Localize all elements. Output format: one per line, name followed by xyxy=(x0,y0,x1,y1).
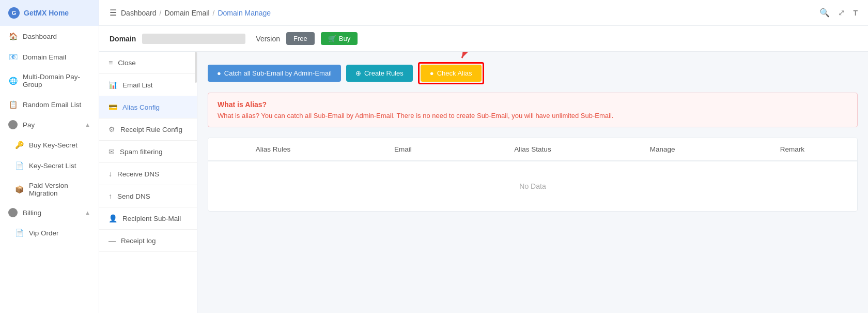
sidebar-item-label: Paid Version Migration xyxy=(29,182,90,197)
key-icon: 🔑 xyxy=(14,140,24,150)
left-menu-item-recipient-sub-mail[interactable]: 👤 Recipient Sub-Mail xyxy=(99,207,197,230)
recipient-icon: 👤 xyxy=(109,214,117,222)
left-menu-label: Spam filtering xyxy=(120,148,163,156)
scroll-indicator xyxy=(195,52,197,83)
sidebar-item-label: Dashboard xyxy=(23,33,57,40)
content-wrap: ≡ Close 📊 Email List 💳 Alias Config ⚙ Re… xyxy=(99,52,868,313)
alias-table: Alias Rules Email Alias Status Manage Re… xyxy=(208,138,858,212)
sidebar: G GetMX Home 🏠 Dashboard 📧 Domain Email … xyxy=(0,0,99,313)
left-menu-item-receipt-rule-config[interactable]: ⚙ Receipt Rule Config xyxy=(99,118,197,141)
domain-value xyxy=(142,34,245,44)
sidebar-item-buy-key-secret[interactable]: 🔑 Buy Key-Secret xyxy=(0,135,99,155)
check-alias-highlight: ● Check Alias xyxy=(418,62,484,84)
search-icon[interactable]: 🔍 xyxy=(819,8,830,18)
sidebar-item-label: Buy Key-Secret xyxy=(29,141,78,149)
send-dns-icon: ↑ xyxy=(109,192,112,200)
catch-all-button[interactable]: ● Catch all Sub-Email by Admin-Email xyxy=(208,65,341,82)
catch-all-label: Catch all Sub-Email by Admin-Email xyxy=(224,69,332,77)
left-menu-label: Receive DNS xyxy=(117,170,159,178)
check-alias-dot-icon: ● xyxy=(430,69,434,77)
left-menu-item-receipt-log[interactable]: — Receipt log xyxy=(99,230,197,252)
table-header-remark: Remark xyxy=(727,138,857,160)
expand-icon[interactable]: ⤢ xyxy=(838,8,845,18)
main-content: ☰ Dashboard / Domain Email / Domain Mana… xyxy=(99,0,868,313)
sidebar-section-label: Billing xyxy=(23,209,41,217)
buy-button[interactable]: 🛒 Buy xyxy=(321,32,358,45)
sidebar-section-pay[interactable]: Pay ▲ xyxy=(0,115,99,135)
sidebar-item-label: Multi-Domain Pay-Group xyxy=(23,73,90,88)
sidebar-section-billing[interactable]: Billing ▲ xyxy=(0,203,99,222)
vip-order-icon: 📄 xyxy=(14,228,24,237)
receive-dns-icon: ↓ xyxy=(109,170,112,178)
multi-domain-icon: 🌐 xyxy=(8,76,18,85)
close-list-icon: ≡ xyxy=(109,58,113,67)
sidebar-item-dashboard[interactable]: 🏠 Dashboard xyxy=(0,26,99,47)
left-panel: ≡ Close 📊 Email List 💳 Alias Config ⚙ Re… xyxy=(99,52,197,313)
left-menu-item-receive-dns[interactable]: ↓ Receive DNS xyxy=(99,163,197,185)
breadcrumb-domain-email[interactable]: Domain Email xyxy=(164,9,209,17)
sidebar-item-domain-email[interactable]: 📧 Domain Email xyxy=(0,47,99,67)
version-label: Version xyxy=(256,35,280,43)
topbar: ☰ Dashboard / Domain Email / Domain Mana… xyxy=(99,0,868,26)
hamburger-menu-icon[interactable]: ☰ xyxy=(110,8,117,18)
sidebar-item-multi-domain[interactable]: 🌐 Multi-Domain Pay-Group xyxy=(0,67,99,94)
sidebar-item-key-secret-list[interactable]: 📄 Key-Secret List xyxy=(0,155,99,176)
chevron-up-icon: ▲ xyxy=(85,122,90,128)
table-header-alias-rules: Alias Rules xyxy=(208,138,338,160)
sidebar-section-label: Pay xyxy=(23,121,35,129)
table-header-email: Email xyxy=(338,138,468,160)
sidebar-logo-icon: G xyxy=(8,7,20,19)
list-icon: 📄 xyxy=(14,161,24,170)
sidebar-item-label: Vip Order xyxy=(29,229,59,237)
left-menu-item-alias-config[interactable]: 💳 Alias Config xyxy=(99,96,197,118)
check-alias-label: Check Alias xyxy=(437,69,472,77)
info-text: What is alias? You can catch all Sub-Ema… xyxy=(218,112,848,120)
receipt-log-icon: — xyxy=(109,236,116,245)
catch-all-icon: ● xyxy=(217,69,221,77)
info-box: What is Alias? What is alias? You can ca… xyxy=(208,93,858,127)
left-menu-item-spam-filtering[interactable]: ✉ Spam filtering xyxy=(99,141,197,163)
breadcrumb-dashboard[interactable]: Dashboard xyxy=(121,9,157,17)
breadcrumb: Dashboard / Domain Email / Domain Manage xyxy=(121,9,271,17)
sidebar-item-random-email[interactable]: 📋 Random Email List xyxy=(0,94,99,115)
left-menu-item-close[interactable]: ≡ Close xyxy=(99,52,197,74)
breadcrumb-separator: / xyxy=(213,9,215,17)
right-content: ● Catch all Sub-Email by Admin-Email ⊕ C… xyxy=(197,52,868,313)
sidebar-item-label: Domain Email xyxy=(23,53,66,61)
sidebar-item-label: Key-Secret List xyxy=(29,162,76,170)
domain-bar: Domain Version Free 🛒 Buy xyxy=(99,26,868,52)
left-menu-label: Recipient Sub-Mail xyxy=(122,215,181,222)
topbar-left: ☰ Dashboard / Domain Email / Domain Mana… xyxy=(110,8,271,18)
left-menu-label: Close xyxy=(118,59,136,67)
left-menu-item-send-dns[interactable]: ↑ Send DNS xyxy=(99,185,197,207)
left-menu-item-email-list[interactable]: 📊 Email List xyxy=(99,74,197,96)
cart-icon: 🛒 xyxy=(328,35,336,42)
create-rules-button[interactable]: ⊕ Create Rules xyxy=(346,65,413,82)
left-menu-label: Alias Config xyxy=(122,103,160,111)
domain-email-icon: 📧 xyxy=(8,52,18,62)
breadcrumb-domain-manage[interactable]: Domain Manage xyxy=(218,9,271,17)
font-icon[interactable]: T xyxy=(853,9,858,17)
check-alias-wrapper: ● Check Alias xyxy=(418,62,484,84)
table-body: No Data xyxy=(208,161,857,211)
breadcrumb-separator: / xyxy=(160,9,162,17)
sidebar-logo[interactable]: G GetMX Home xyxy=(0,0,99,26)
left-menu-label: Send DNS xyxy=(117,192,150,200)
left-menu-label: Email List xyxy=(122,81,153,89)
chevron-up-icon: ▲ xyxy=(85,210,90,216)
domain-label: Domain xyxy=(110,35,136,43)
table-header: Alias Rules Email Alias Status Manage Re… xyxy=(208,138,857,161)
action-buttons: ● Catch all Sub-Email by Admin-Email ⊕ C… xyxy=(208,62,858,84)
sidebar-item-vip-order[interactable]: 📄 Vip Order xyxy=(0,222,99,243)
left-menu-label: Receipt log xyxy=(121,237,156,245)
free-button[interactable]: Free xyxy=(286,32,315,45)
create-rules-icon: ⊕ xyxy=(355,69,361,77)
random-email-icon: 📋 xyxy=(8,100,18,109)
bar-chart-icon: 📊 xyxy=(109,81,117,89)
migration-icon: 📦 xyxy=(14,185,24,194)
billing-icon xyxy=(8,208,18,217)
check-alias-button[interactable]: ● Check Alias xyxy=(421,65,482,82)
left-menu-label: Receipt Rule Config xyxy=(120,126,182,133)
sidebar-logo-text: GetMX Home xyxy=(24,9,69,17)
sidebar-item-paid-version-migration[interactable]: 📦 Paid Version Migration xyxy=(0,176,99,203)
